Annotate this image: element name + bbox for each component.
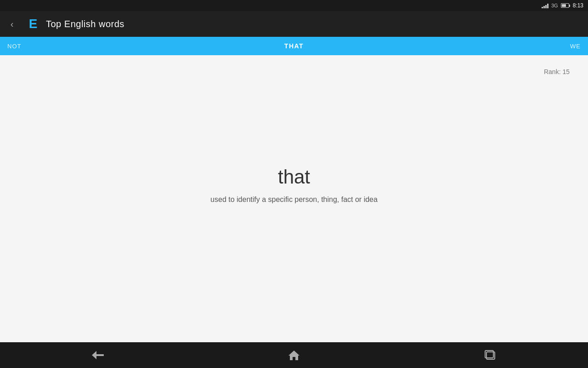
battery-icon	[561, 3, 570, 8]
bottom-recent-button[interactable]	[476, 346, 504, 364]
clock: 8:13	[573, 2, 583, 9]
status-bar-info: 3G 8:13	[542, 2, 583, 9]
signal-type: 3G	[551, 3, 558, 8]
back-arrow-icon	[91, 350, 104, 360]
svg-rect-1	[96, 354, 104, 356]
svg-marker-2	[288, 351, 300, 360]
word-definition: used to identify a specific person, thin…	[210, 196, 378, 204]
word-container: that used to identify a specific person,…	[9, 28, 579, 342]
bottom-back-button[interactable]	[84, 346, 112, 364]
main-content: Rank: 15 that used to identify a specifi…	[0, 55, 588, 342]
home-icon	[288, 350, 300, 361]
rank-label: Rank: 15	[544, 68, 570, 75]
signal-icon	[542, 3, 548, 8]
bottom-home-button[interactable]	[280, 346, 308, 364]
recent-apps-icon	[485, 350, 496, 360]
bottom-nav	[0, 342, 588, 368]
status-bar: 3G 8:13	[0, 0, 588, 11]
main-word: that	[278, 166, 310, 188]
